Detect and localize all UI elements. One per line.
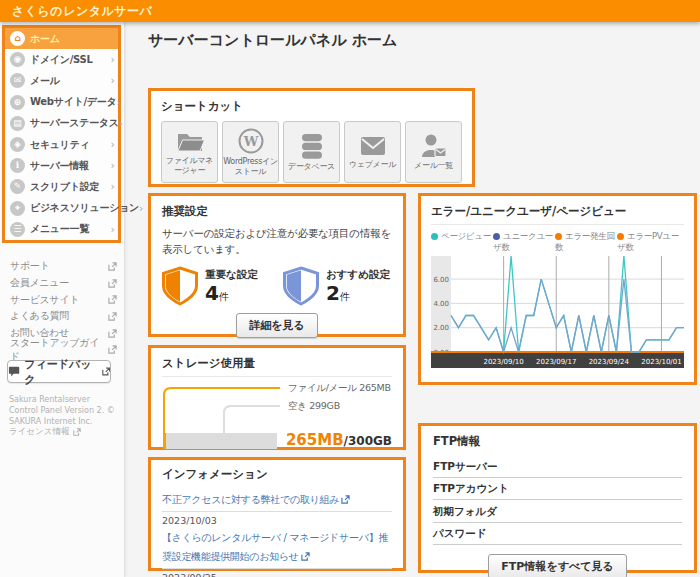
ftp-title: FTP情報 [433, 434, 682, 449]
security-icon: ◈ [10, 137, 25, 152]
shortcut-label: ウェブメール [349, 160, 396, 170]
legend-label: エラーPVユーザ数 [617, 231, 679, 252]
ftp-row: FTPサーバー [433, 455, 682, 478]
sidebar-item-label: ドメイン/SSL [30, 53, 93, 67]
recommended-description: サーバーの設定および注意が必要な項目の情報を表示しています。 [162, 225, 392, 258]
legend-item: エラーPVユーザ数 [617, 231, 679, 252]
feedback-button[interactable]: フィードバック [7, 360, 111, 383]
information-link[interactable]: 【さくらのレンタルサーバ / マネージドサーバ】推奨設定機能提供開始のお知らせ [162, 532, 388, 562]
shortcut-webmail[interactable]: ウェブメール [344, 121, 401, 183]
important-settings-unit: 件 [219, 291, 229, 302]
feedback-label: フィードバック [24, 357, 97, 387]
sidebar-item-7[interactable]: ✎スクリプト設定› [5, 176, 118, 197]
legend-item: エラー発生回数 [555, 231, 617, 252]
svg-text:2023/10/01: 2023/10/01 [641, 358, 681, 366]
business-solution-icon: ✦ [10, 201, 25, 216]
external-link-icon [73, 428, 81, 436]
sidebar-item-label: セキュリティ [30, 138, 90, 152]
information-date: 2023/09/25 [162, 572, 392, 577]
ftp-row-label: パスワード [433, 527, 486, 541]
legend-dot [431, 233, 438, 240]
server-status-icon: ▤ [10, 116, 25, 131]
license-label: ライセンス情報 [9, 426, 70, 438]
storage-total: /300GB [344, 434, 392, 448]
recommended-title: 推奨設定 [162, 204, 392, 219]
svg-text:4.00: 4.00 [433, 300, 449, 308]
sidebar-item-label: サーバーステータス [30, 116, 119, 130]
sidebar-item-5[interactable]: ◈セキュリティ› [5, 134, 118, 155]
sidebar-item-2[interactable]: ✉メール› [5, 70, 118, 91]
external-link-icon [108, 279, 117, 288]
storage-used: 265MB [286, 431, 344, 449]
person-mail-icon [420, 133, 448, 159]
chevron-right-icon: › [139, 202, 143, 215]
chevron-right-icon: › [116, 96, 120, 109]
information-list: 不正アクセスに対する弊社での取り組み2023/10/03【さくらのレンタルサーバ… [162, 485, 392, 577]
shortcut-database[interactable]: データベース [283, 121, 340, 183]
chevron-right-icon: › [111, 74, 115, 87]
sidebar-item-label: メニュー一覧 [30, 222, 89, 236]
svg-text:2023/09/17: 2023/09/17 [536, 358, 576, 366]
legend-item: ページビュー [431, 231, 493, 252]
ftp-row-label: FTPアカウント [433, 482, 509, 496]
sidebar-item-label: ビジネスソリューション [30, 201, 139, 215]
legend-label: ページビュー [441, 231, 491, 241]
ftp-row: 初期フォルダ [433, 500, 682, 523]
information-card: インフォメーション 不正アクセスに対する弊社での取り組み2023/10/03【さ… [148, 457, 406, 571]
sidebar-item-label: ホーム [30, 32, 60, 46]
external-link-icon [102, 367, 110, 376]
chevron-right-icon: › [111, 53, 115, 66]
envelope-icon [358, 134, 388, 158]
sidebar-item-3[interactable]: ⊕Webサイト/データ› [5, 92, 118, 113]
external-link-3[interactable]: よくある質問 [0, 308, 125, 325]
ftp-rows: FTPサーバーFTPアカウント初期フォルダパスワード [433, 455, 682, 545]
website-data-icon: ⊕ [10, 95, 25, 110]
ftp-show-all-button[interactable]: FTP情報をすべて見る [488, 554, 626, 577]
ftp-row-label: FTPサーバー [433, 460, 498, 474]
sidebar-item-label: スクリプト設定 [30, 180, 99, 194]
svg-text:W: W [242, 134, 258, 149]
external-link-icon [108, 329, 117, 338]
sidebar-item-4[interactable]: ▤サーバーステータス› [5, 113, 118, 134]
suggested-settings-group[interactable]: おすすめ設定 2件 [283, 266, 392, 306]
information-item: 不正アクセスに対する弊社での取り組み [162, 485, 392, 512]
external-link-label: 会員メニュー [10, 276, 69, 290]
storage-title: ストレージ使用量 [162, 356, 392, 377]
external-link-label: サービスサイト [10, 293, 79, 307]
external-link-2[interactable]: サービスサイト [0, 291, 125, 308]
important-settings-group[interactable]: 重要な設定 4件 [162, 266, 271, 306]
app-root: さくらのレンタルサーバ ⌂ホーム◉ドメイン/SSL›✉メール›⊕Webサイト/デ… [0, 0, 700, 577]
svg-text:2.00: 2.00 [433, 324, 449, 332]
sidebar-item-label: メール [30, 74, 60, 88]
external-link-icon [108, 262, 117, 271]
information-link[interactable]: 不正アクセスに対する弊社での取り組み [162, 494, 350, 505]
sidebar-item-1[interactable]: ◉ドメイン/SSL› [5, 49, 118, 70]
sidebar-item-8[interactable]: ✦ビジネスソリューション› [5, 198, 118, 219]
sidebar-menu: ⌂ホーム◉ドメイン/SSL›✉メール›⊕Webサイト/データ›▤サーバーステータ… [2, 25, 121, 243]
folder-icon [175, 128, 205, 154]
shortcut-mail-list[interactable]: メール一覧 [405, 121, 462, 183]
shortcut-file-manager[interactable]: ファイルマネージャー [161, 121, 218, 183]
svg-text:2023/09/24: 2023/09/24 [589, 358, 630, 366]
external-link-0[interactable]: サポート [0, 258, 125, 275]
chevron-right-icon: › [119, 117, 123, 130]
speech-bubble-icon [8, 366, 20, 378]
license-link[interactable]: ライセンス情報 [0, 426, 125, 438]
external-link-label: サポート [10, 259, 50, 273]
shortcuts-card: ショートカット ファイルマネージャー W WordPressインストール [148, 88, 475, 187]
important-settings-label: 重要な設定 [205, 268, 258, 282]
external-link-1[interactable]: 会員メニュー [0, 275, 125, 292]
external-link-icon [108, 312, 117, 321]
legend-label: ユニークユーザ数 [493, 231, 553, 252]
shortcut-wordpress-install[interactable]: W WordPressインストール [222, 121, 279, 183]
sidebar-item-0[interactable]: ⌂ホーム [5, 28, 118, 49]
sidebar-item-6[interactable]: ℹサーバー情報› [5, 155, 118, 176]
svg-text:2023/09/10: 2023/09/10 [483, 358, 523, 366]
sidebar-item-9[interactable]: ☰メニュー一覧› [5, 219, 118, 240]
detail-button[interactable]: 詳細を見る [236, 313, 318, 338]
database-icon [298, 133, 326, 160]
chevron-right-icon: › [111, 159, 115, 172]
external-link-label: よくある質問 [10, 309, 69, 323]
shortcuts-title: ショートカット [161, 99, 462, 114]
information-date: 2023/10/03 [162, 515, 392, 526]
